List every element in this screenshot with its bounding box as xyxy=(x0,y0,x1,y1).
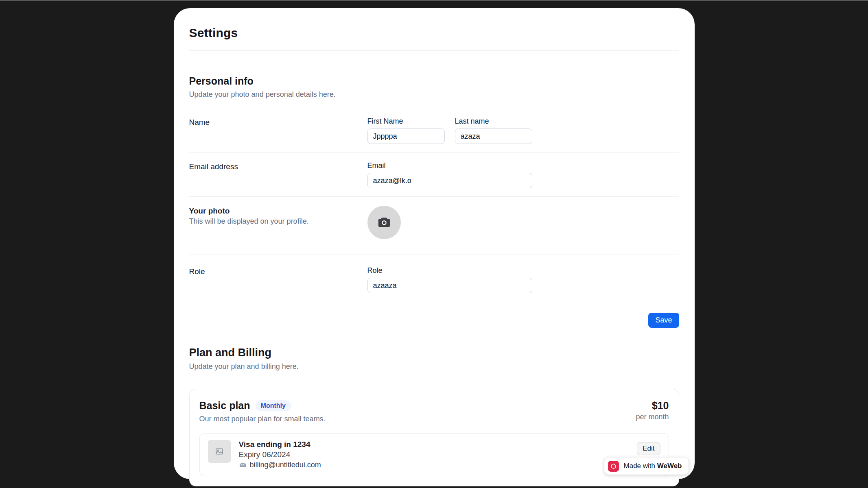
name-row-label: Name xyxy=(189,118,367,127)
plan-info: Basic plan Monthly Our most popular plan… xyxy=(199,400,326,423)
payment-method-details: Visa ending in 1234 Expiry 06/2024 billi… xyxy=(239,440,629,469)
weweb-badge-text: Made with WeWeb xyxy=(624,462,682,470)
profile-photo-upload[interactable] xyxy=(367,206,401,239)
email-row-label: Email address xyxy=(189,162,367,171)
photo-row-label: Your photo xyxy=(189,207,367,216)
page-header: Settings xyxy=(189,8,679,51)
payment-method-title: Visa ending in 1234 xyxy=(239,440,629,449)
save-button[interactable]: Save xyxy=(648,313,679,328)
billing-heading: Plan and Billing xyxy=(189,346,679,359)
edit-payment-button[interactable]: Edit xyxy=(637,442,660,455)
envelope-icon xyxy=(239,461,247,469)
personal-info-section-header: Personal info Update your photo and pers… xyxy=(189,51,679,108)
weweb-logo-icon xyxy=(608,461,619,472)
plan-interval-badge: Monthly xyxy=(256,400,291,411)
camera-icon xyxy=(376,215,392,230)
plan-price: $10 xyxy=(636,400,669,412)
last-name-label: Last name xyxy=(455,117,532,126)
page-title: Settings xyxy=(189,26,679,40)
payment-method-row: Visa ending in 1234 Expiry 06/2024 billi… xyxy=(199,433,669,476)
made-with-label: Made with xyxy=(624,462,657,470)
role-input[interactable] xyxy=(367,278,532,293)
plan-description: Our most popular plan for small teams. xyxy=(199,415,326,423)
plan-price-block: $10 per month xyxy=(636,400,669,421)
email-row: Email address Email xyxy=(189,152,679,197)
email-input[interactable] xyxy=(367,173,532,188)
payment-method-expiry: Expiry 06/2024 xyxy=(239,450,629,459)
billing-subtitle: Update your plan and billing here. xyxy=(189,362,679,371)
billing-section-header: Plan and Billing Update your plan and bi… xyxy=(189,328,679,380)
photo-row: Your photo This will be displayed on you… xyxy=(189,197,679,255)
name-row: Name First Name Last name xyxy=(189,108,679,152)
plan-price-period: per month xyxy=(636,413,669,421)
role-row-label: Role xyxy=(189,267,367,276)
photo-row-description: This will be displayed on your profile. xyxy=(189,217,367,226)
last-name-input[interactable] xyxy=(455,129,532,144)
plan-name: Basic plan xyxy=(199,400,250,412)
role-row: Role Role xyxy=(189,255,679,301)
made-with-weweb-badge[interactable]: Made with WeWeb xyxy=(604,458,689,475)
save-row: Save xyxy=(189,301,679,328)
email-field-label: Email xyxy=(367,161,532,170)
first-name-label: First Name xyxy=(367,117,445,126)
role-field-label: Role xyxy=(367,266,532,275)
window-top-edge xyxy=(0,0,868,1)
first-name-input[interactable] xyxy=(367,129,445,144)
settings-panel: Settings Personal info Update your photo… xyxy=(174,8,695,479)
personal-info-subtitle: Update your photo and personal details h… xyxy=(189,90,679,99)
billing-email: billing@untitledui.com xyxy=(250,461,321,469)
image-placeholder-icon xyxy=(215,447,224,456)
card-brand-thumbnail xyxy=(208,440,231,463)
personal-info-heading: Personal info xyxy=(189,75,679,87)
weweb-brand-label: WeWeb xyxy=(657,462,682,470)
